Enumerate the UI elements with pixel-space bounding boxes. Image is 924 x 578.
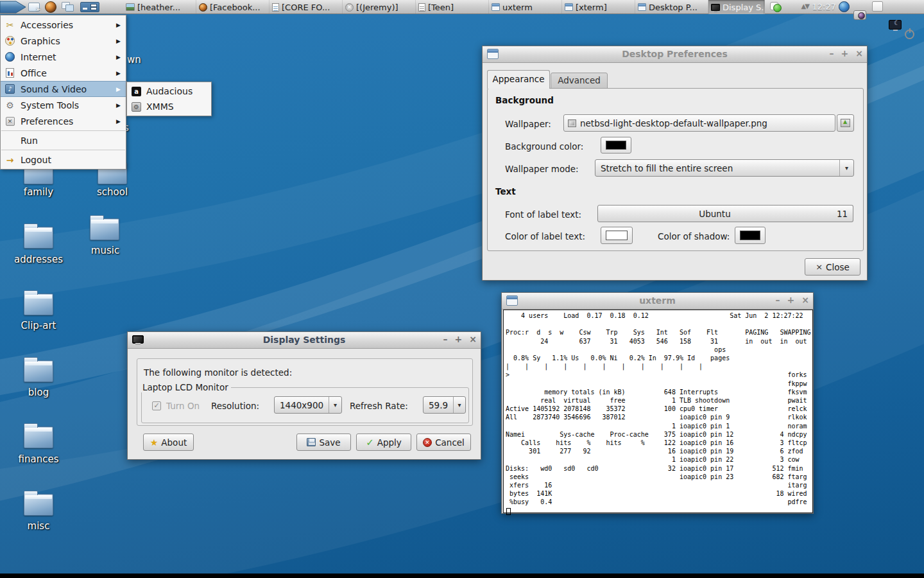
- font-size-button[interactable]: 11: [832, 205, 853, 222]
- desktop-icon-blog[interactable]: [24, 360, 53, 382]
- close-dialog-button[interactable]: × Close: [805, 258, 860, 276]
- screensaver-monitor-icon[interactable]: [889, 20, 902, 30]
- taskbar-clock[interactable]: 12:27: [812, 2, 836, 12]
- desktop-icon-misc[interactable]: [24, 494, 53, 516]
- workspace-pager[interactable]: [80, 2, 99, 12]
- wallpaper-file-button[interactable]: netbsd-light-desktop-default-wallpaper.p…: [563, 114, 835, 132]
- panel-applet-icon[interactable]: [872, 1, 883, 12]
- wallpaper-mode-dropdown[interactable]: Stretch to fill the entire screen ▾: [595, 159, 854, 177]
- task-button-core[interactable]: [CORE FO...: [270, 0, 343, 14]
- uxterm-titlebar[interactable]: uxterm – + ×: [502, 293, 813, 310]
- chevron-down-icon: ▾: [329, 397, 341, 413]
- desktop-icon-clip-art[interactable]: [24, 293, 53, 315]
- task-label: [Teen]: [428, 3, 454, 12]
- resolution-dropdown[interactable]: 924x578 ▾: [274, 396, 342, 414]
- task-button-teen[interactable]: [Teen]: [416, 0, 489, 14]
- menu-item-internet[interactable]: Internet ▶: [1, 49, 126, 65]
- task-button-jeremy[interactable]: ✕ [(Jeremy)]: [343, 0, 416, 14]
- label-text-color-button[interactable]: [601, 227, 633, 244]
- desktop-icon-label[interactable]: finances: [19, 453, 59, 465]
- desktop-icon-label[interactable]: misc: [28, 520, 50, 532]
- save-button[interactable]: Save: [296, 434, 351, 451]
- power-icon[interactable]: [905, 30, 914, 39]
- desktop-preferences-titlebar[interactable]: Desktop Preferences – + ×: [483, 46, 867, 63]
- background-color-label: Background color:: [505, 141, 583, 152]
- menu-separator: [1, 130, 125, 131]
- desktop-icon-label[interactable]: school: [97, 186, 128, 198]
- iconify-windows-button[interactable]: [62, 1, 76, 13]
- document-icon: [418, 3, 425, 12]
- task-label: [heather...: [137, 3, 180, 12]
- occluded-desktop-label-fragment: wn: [127, 54, 141, 66]
- font-select-button[interactable]: Ubuntu: [597, 205, 832, 222]
- submenu-arrow-icon: ▶: [116, 70, 122, 76]
- web-browser-launcher[interactable]: [45, 1, 59, 13]
- start-menu-button[interactable]: [0, 0, 27, 14]
- menu-item-logout[interactable]: → Logout: [1, 152, 126, 168]
- menu-item-graphics[interactable]: Graphics ▶: [1, 33, 126, 49]
- office-document-icon: [6, 68, 14, 78]
- close-button[interactable]: ×: [855, 48, 863, 58]
- menu-item-system-tools[interactable]: ⚙ System Tools ▶: [1, 97, 126, 113]
- desktop-icon-finances[interactable]: [24, 426, 53, 448]
- desktop-screen: family school addresses music Clip-art b…: [0, 0, 924, 578]
- minimize-button[interactable]: –: [443, 334, 448, 344]
- close-button[interactable]: ×: [469, 334, 477, 344]
- apply-button[interactable]: ✓ Apply: [356, 434, 411, 451]
- window-title: Display Settings: [128, 335, 481, 345]
- clipboard-applet-icon[interactable]: [770, 2, 778, 10]
- monitor-groupbox: ✓ Turn On Resolution: 924x578 ▾ Refresh…: [141, 387, 469, 423]
- maximize-button[interactable]: +: [841, 48, 849, 58]
- file-manager-launcher[interactable]: [28, 1, 42, 13]
- resolution-value: 924x578: [275, 400, 329, 410]
- desktop-icon-label[interactable]: music: [91, 245, 119, 256]
- minimize-button[interactable]: –: [830, 48, 834, 58]
- menu-item-label: Sound & Video: [21, 84, 111, 94]
- shadow-color-button[interactable]: [735, 227, 766, 244]
- about-button[interactable]: ★ About: [143, 434, 194, 451]
- task-button-display-settings[interactable]: Display S...: [708, 0, 765, 14]
- task-button-desktop-preferences[interactable]: Desktop P...: [635, 0, 708, 14]
- cancel-button[interactable]: ✕ Cancel: [416, 434, 471, 451]
- submenu-item-xmms[interactable]: ⚙ XMMS: [127, 99, 211, 114]
- screenshot-camera-icon[interactable]: [853, 10, 866, 20]
- task-button-uxterm[interactable]: uxterm: [489, 0, 562, 14]
- maximize-button[interactable]: +: [787, 295, 795, 305]
- submenu-item-audacious[interactable]: a Audacious: [127, 83, 211, 99]
- maximize-button[interactable]: +: [455, 334, 463, 344]
- desktop-icon-label[interactable]: family: [24, 186, 53, 198]
- desktop-icon-music[interactable]: [90, 218, 119, 240]
- menu-item-run[interactable]: Run: [1, 132, 126, 148]
- wallpaper-browse-button[interactable]: [837, 114, 854, 132]
- menu-item-office[interactable]: Office ▶: [1, 65, 126, 81]
- desktop-icon-addresses[interactable]: [24, 227, 53, 249]
- tab-appearance[interactable]: Appearance: [487, 70, 550, 89]
- menu-item-sound-video[interactable]: ♪ Sound & Video ▶: [1, 81, 126, 97]
- task-button-heather[interactable]: [heather...: [123, 0, 196, 14]
- background-color-button[interactable]: [601, 137, 631, 153]
- refresh-rate-dropdown[interactable]: 59.9 ▾: [423, 396, 466, 414]
- menu-item-accessories[interactable]: ✂ Accessories ▶: [1, 17, 126, 33]
- task-label: Desktop P...: [649, 3, 697, 12]
- display-settings-titlebar[interactable]: Display Settings – + ×: [128, 332, 481, 349]
- terminal-output[interactable]: 4 users Load 0.17 0.18 0.12 Sat Jun 2 12…: [503, 310, 813, 513]
- menu-separator: [1, 150, 125, 150]
- shadow-color-swatch: [740, 231, 760, 240]
- task-button-facebook[interactable]: [Facebook...: [196, 0, 270, 14]
- desktop-icon-label[interactable]: Clip-art: [21, 320, 56, 331]
- pager-window-thumb: [90, 7, 97, 10]
- menu-item-preferences[interactable]: ✕ Preferences ▶: [1, 113, 126, 129]
- desktop-icon-label[interactable]: addresses: [14, 254, 63, 265]
- minimize-button[interactable]: –: [776, 295, 780, 305]
- wallpaper-mode-value: Stretch to fill the entire screen: [595, 163, 839, 173]
- tab-advanced[interactable]: Advanced: [551, 73, 608, 89]
- network-globe-icon[interactable]: [839, 1, 850, 12]
- terminal-text: 4 users Load 0.17 0.18 0.12 Sat Jun 2 12…: [504, 310, 812, 508]
- monitor-detected-text: The following monitor is detected:: [144, 367, 292, 378]
- chevron-down-icon: ▾: [453, 397, 465, 413]
- task-button-xterm[interactable]: [xterm]: [562, 0, 635, 14]
- network-traffic-icon[interactable]: ▲▼: [801, 3, 809, 10]
- close-button[interactable]: ×: [801, 295, 809, 305]
- turn-on-checkbox[interactable]: ✓: [152, 401, 161, 410]
- desktop-icon-label[interactable]: blog: [28, 387, 49, 398]
